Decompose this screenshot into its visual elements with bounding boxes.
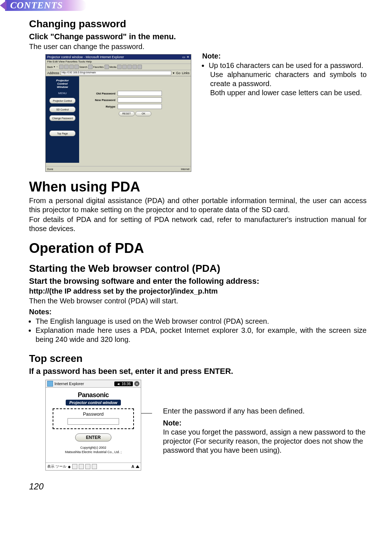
- browser-main-area: Old Password New Password Retype RESET O…: [79, 76, 191, 163]
- pda-url: http://(the IP address set by the projec…: [29, 287, 367, 296]
- pda-start-body: Then the Web browser control (PDA) will …: [29, 296, 367, 306]
- browser-status-bar: Done Internet: [46, 166, 191, 171]
- browser-screenshot: Projector control window - Microsoft Int…: [45, 54, 191, 172]
- note-item-1a: Use alphanumeric characters and symbols …: [210, 70, 367, 88]
- footer-left-text: 表示 ツール: [47, 464, 66, 469]
- changing-password-body: The user can change the password.: [29, 42, 367, 51]
- notes-heading: Notes:: [29, 308, 367, 316]
- new-password-input: [118, 97, 162, 102]
- window-controls: ▭ ✕: [182, 55, 189, 59]
- browser-sidebar: ProjectorControlWindow MENU Projector Co…: [46, 76, 79, 163]
- sd-control-button: SD Control: [49, 106, 75, 112]
- pda-intro-p2: For details of PDA and for setting of PD…: [29, 215, 367, 233]
- note-heading: Note:: [202, 52, 367, 60]
- retype-label: Retype: [86, 105, 115, 108]
- ok-button: OK: [135, 111, 151, 116]
- speaker-icon: ◄: [117, 382, 120, 386]
- pda-intro-p1: From a personal digital assistance (PDA)…: [29, 196, 367, 214]
- projector-control-window-title: ProjectorControlWindow: [56, 79, 69, 89]
- password-box: Password: [53, 408, 134, 429]
- up-arrow-icon: [136, 465, 139, 468]
- start-browsing-heading: Start the browsing software and enter th…: [29, 277, 367, 286]
- stop-icon: [59, 65, 64, 69]
- operation-of-pda-heading: Operation of PDA: [29, 241, 367, 256]
- callout-text: Enter the password if any has been defin…: [163, 407, 367, 416]
- callout-note-body: In case you forget the password, assign …: [163, 428, 367, 455]
- password-input: [68, 418, 119, 425]
- pda-clock: ◄ 16:36: [114, 382, 133, 386]
- reset-button: RESET: [119, 111, 135, 116]
- pda-close-icon: ✕: [134, 381, 139, 386]
- toolbar-back: Back: [47, 66, 53, 68]
- changing-password-heading: Changing password: [29, 18, 367, 30]
- clock-time: 16:36: [122, 382, 131, 386]
- mail-icon: [122, 65, 127, 69]
- projector-control-button: Projector Control: [49, 98, 75, 104]
- footer-icon-4: [92, 464, 97, 469]
- ie-icon: [47, 381, 53, 387]
- edit-icon: [132, 65, 137, 69]
- browser-menubar: File Edit View Favorites Tools Help: [46, 60, 191, 64]
- contents-badge: CONTENTS: [5, 0, 86, 11]
- top-screen-subheading: If a password has been set, enter it and…: [29, 367, 367, 376]
- old-password-input: [118, 91, 162, 96]
- browser-title: Projector control window - Microsoft Int…: [47, 55, 124, 59]
- back-arrow-icon: [0, 0, 7, 11]
- change-password-button: Change Password: [49, 115, 75, 121]
- copyright-line2: Matsushita Electric Industrial Co., Ltd.…: [65, 450, 122, 454]
- links-label: Links: [182, 71, 189, 75]
- pda-titlebar: Internet Explorer ◄ 16:36 ✕: [46, 380, 141, 388]
- print-icon: [127, 65, 132, 69]
- note-item-1b: Both upper and lower case letters can be…: [210, 88, 367, 97]
- toolbar-search: Search: [79, 66, 87, 68]
- discuss-icon: [138, 65, 142, 69]
- refresh-icon: [64, 65, 69, 69]
- home-icon: [69, 65, 74, 69]
- browser-titlebar: Projector control window - Microsoft Int…: [46, 55, 191, 60]
- toolbar-favorites: Favorites: [93, 66, 104, 68]
- browser-address-bar: Address http://192.168.0.6/cgi-bin/main …: [46, 70, 191, 76]
- toolbar-media: Media: [110, 66, 117, 68]
- pda-note-a: The English language is used on the Web …: [36, 317, 367, 326]
- top-page-button: Top Page: [49, 130, 75, 136]
- note-item-1: Up to16 characters can be used for a pas…: [209, 61, 367, 70]
- page-number: 120: [29, 481, 367, 492]
- address-field: http://192.168.0.6/cgi-bin/main: [61, 71, 171, 75]
- callout-note-title: Note:: [163, 419, 367, 428]
- when-using-pda-heading: When using PDA: [29, 179, 367, 195]
- password-label: Password: [83, 411, 103, 417]
- menu-label: MENU: [58, 92, 67, 95]
- top-screen-heading: Top screen: [29, 353, 367, 364]
- status-done: Done: [47, 168, 53, 170]
- search-icon: [74, 65, 79, 69]
- browser-toolbar: Back ▾ → Search Favorites Media: [46, 64, 191, 70]
- panasonic-logo: Panasonic: [78, 391, 109, 399]
- pda-note-b: Explanation made here uses a PDA, pocket…: [36, 326, 367, 344]
- retype-input: [118, 104, 162, 109]
- address-label: Address: [47, 71, 59, 75]
- pda-footer: 表示 ツール ◆ A: [46, 463, 141, 470]
- media-icon: [105, 65, 109, 69]
- callout-line: [141, 413, 152, 413]
- contents-header: CONTENTS: [0, 0, 367, 11]
- footer-icon-3: [85, 464, 90, 469]
- footer-A: A: [131, 464, 134, 469]
- new-password-label: New Password: [86, 98, 115, 102]
- enter-button: ENTER: [75, 433, 111, 441]
- old-password-label: Old Password: [86, 92, 115, 95]
- projector-control-window-badge: Projector control window: [66, 400, 121, 405]
- contents-label: CONTENTS: [10, 0, 63, 11]
- starting-web-browser-heading: Starting the Web browser control (PDA): [29, 263, 367, 274]
- pda-screenshot: Internet Explorer ◄ 16:36 ✕ Panasonic Pr…: [45, 380, 141, 471]
- copyright-line1: Copyright(c) 2002: [80, 446, 106, 449]
- copyright: Copyright(c) 2002 Matsushita Electric In…: [65, 446, 122, 454]
- footer-icon-2: [79, 464, 84, 469]
- status-internet: Internet: [181, 168, 189, 170]
- history-icon: [117, 65, 122, 69]
- favorites-icon: [88, 65, 93, 69]
- go-button: Go: [176, 71, 180, 75]
- click-change-password-heading: Click "Change password" in the menu.: [29, 32, 367, 41]
- footer-icon-1: [72, 464, 77, 469]
- pda-ie-label: Internet Explorer: [54, 382, 84, 386]
